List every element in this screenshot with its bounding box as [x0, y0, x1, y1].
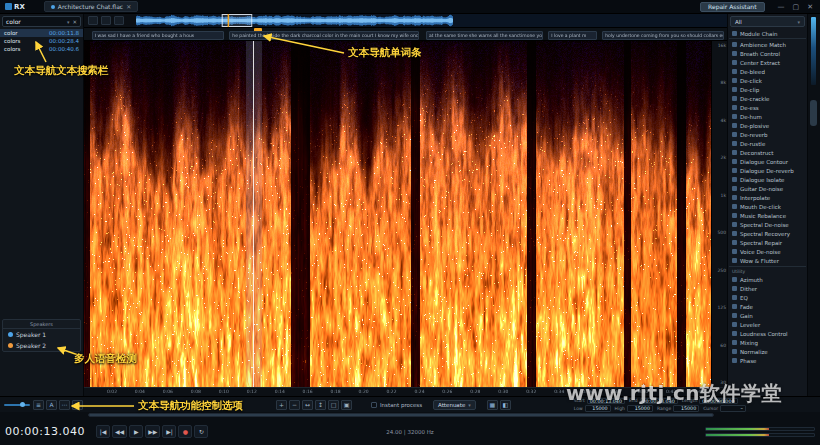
module-item[interactable]: Loudness Control	[729, 329, 806, 338]
module-item[interactable]: Spectral Recovery	[729, 229, 806, 238]
vertical-scrollbar-handle[interactable]	[810, 100, 817, 126]
file-tab[interactable]: Architecture Chat.flac ✕	[44, 1, 138, 12]
zoom-icon[interactable]: ↕	[315, 400, 326, 410]
module-item[interactable]: De-reverb	[729, 130, 806, 139]
module-item[interactable]: Deconstruct	[729, 148, 806, 157]
module-item[interactable]: Azimuth	[729, 275, 806, 284]
word-segment[interactable]: holy undertone coming from you so should…	[602, 31, 724, 40]
overview-tool-button[interactable]	[114, 16, 124, 25]
spectrogram-canvas[interactable]	[84, 41, 711, 387]
speaker-row[interactable]: Speaker 2	[3, 340, 80, 351]
search-result-row[interactable]: colors 00:00:40.6	[0, 45, 83, 53]
word-segment[interactable]: at the same time she warns all the sanct…	[426, 31, 543, 40]
minimize-icon[interactable]: —	[778, 3, 785, 11]
module-item[interactable]: Dialogue Isolate	[729, 175, 806, 184]
module-item[interactable]: Interpolate	[729, 193, 806, 202]
transport-button[interactable]: ●	[178, 425, 192, 438]
text-nav-zoom-slider[interactable]	[4, 401, 30, 409]
speaker-row[interactable]: Speaker 1	[3, 329, 80, 340]
module-item-module-chain[interactable]: Module Chain	[729, 29, 806, 39]
module-item[interactable]: Fade	[729, 302, 806, 311]
text-nav-control-icon[interactable]: ⋯	[59, 400, 70, 410]
playhead[interactable]	[253, 41, 254, 387]
time-ruler-label: 0:12	[247, 389, 257, 394]
search-result-row[interactable]: color 00:00:11.8	[0, 29, 83, 37]
spectrogram-wrap	[84, 41, 711, 387]
transport-button[interactable]: ◀◀	[112, 425, 127, 438]
tab-close-icon[interactable]: ✕	[126, 3, 131, 10]
zoom-icon[interactable]: ▣	[341, 400, 352, 410]
module-item[interactable]: De-bleed	[729, 67, 806, 76]
module-item[interactable]: Spectral De-noise	[729, 220, 806, 229]
zoom-icon[interactable]: □	[328, 400, 339, 410]
text-nav-control-icon[interactable]: ↻	[72, 400, 83, 410]
text-nav-control-icon[interactable]: ≡	[33, 400, 44, 410]
module-item[interactable]: Spectral Repair	[729, 238, 806, 247]
module-label: Loudness Control	[740, 331, 788, 337]
repair-assistant-button[interactable]: Repair Assistant	[700, 2, 764, 12]
module-item[interactable]: Dialogue De-reverb	[729, 166, 806, 175]
tool-icon[interactable]: ▦	[487, 400, 498, 410]
module-icon	[732, 340, 737, 345]
module-item[interactable]: De-ess	[729, 103, 806, 112]
module-item[interactable]: De-crackle	[729, 94, 806, 103]
module-item[interactable]: De-click	[729, 76, 806, 85]
module-item[interactable]: De-plosive	[729, 121, 806, 130]
maximize-icon[interactable]: ▢	[793, 3, 800, 11]
module-item[interactable]: Breath Control	[729, 49, 806, 58]
overview-tool-button[interactable]	[88, 16, 98, 25]
zoom-icon[interactable]: ↔	[302, 400, 313, 410]
transport-button[interactable]: ▶	[129, 425, 143, 438]
close-icon[interactable]: ✕	[807, 3, 813, 11]
module-item[interactable]: Phase	[729, 356, 806, 365]
module-item[interactable]: Dither	[729, 284, 806, 293]
transport-button[interactable]: ↻	[194, 425, 208, 438]
tool-icon[interactable]: ◧	[500, 400, 511, 410]
transport-button[interactable]: ▶|	[162, 425, 176, 438]
time-ruler-label: 0:02	[107, 389, 117, 394]
search-clear-icon[interactable]: ✕	[72, 19, 77, 25]
module-item[interactable]: EQ	[729, 293, 806, 302]
transport-button[interactable]: ▶▶	[145, 425, 160, 438]
word-segment[interactable]: he painted the inside the dark charcoal …	[229, 31, 419, 40]
waveform-overview[interactable]	[136, 14, 727, 27]
module-label: Gain	[740, 313, 753, 319]
module-item[interactable]: Music Rebalance	[729, 211, 806, 220]
module-label: De-clip	[740, 87, 759, 93]
slider-knob[interactable]	[20, 402, 25, 407]
module-item[interactable]: Leveler	[729, 320, 806, 329]
module-label: Wow & Flutter	[740, 258, 779, 264]
instant-process-checkbox[interactable]	[371, 402, 377, 408]
zoom-icon[interactable]: −	[289, 400, 300, 410]
module-item[interactable]: De-hum	[729, 112, 806, 121]
attenuate-dropdown[interactable]: Attenuate ▾	[433, 400, 476, 410]
text-nav-control-icon[interactable]: A	[46, 400, 57, 410]
module-filter-dropdown[interactable]: All ▾	[730, 16, 805, 27]
module-item[interactable]: Dialogue Contour	[729, 157, 806, 166]
search-dropdown-icon[interactable]: ▾	[67, 19, 70, 25]
module-item[interactable]: Gain	[729, 311, 806, 320]
module-item[interactable]: Mouth De-click	[729, 202, 806, 211]
search-result-row[interactable]: colors 00:00:28.4	[0, 37, 83, 45]
text-nav-search-input[interactable]: color ▾ ✕	[2, 16, 81, 27]
chevron-down-icon: ▾	[797, 19, 800, 25]
module-item[interactable]: De-clip	[729, 85, 806, 94]
module-item[interactable]: Mixing	[729, 338, 806, 347]
speakers-list: Speaker 1 Speaker 2	[3, 329, 80, 351]
horizontal-scrollbar[interactable]	[88, 413, 714, 417]
module-item[interactable]: Voice De-noise	[729, 247, 806, 256]
word-segment[interactable]: I love a plant m	[548, 31, 597, 40]
horizontal-scrollbar-thumb[interactable]	[89, 414, 713, 416]
module-item[interactable]: Ambience Match	[729, 40, 806, 49]
module-item[interactable]: De-rustle	[729, 139, 806, 148]
module-item[interactable]: Guitar De-noise	[729, 184, 806, 193]
transport-button[interactable]: |◀	[96, 425, 110, 438]
module-item[interactable]: Normalize	[729, 347, 806, 356]
zoom-icon[interactable]: +	[276, 400, 287, 410]
module-item[interactable]: Wow & Flutter	[729, 256, 806, 265]
module-item[interactable]: Center Extract	[729, 58, 806, 67]
frequency-ruler-label: 250	[713, 268, 726, 273]
word-segment[interactable]: I was sad I have a friend who bought a h…	[92, 31, 224, 40]
overview-tool-button[interactable]	[101, 16, 111, 25]
module-repair-list: Ambience Match Breath Control Center Ext…	[729, 40, 806, 265]
